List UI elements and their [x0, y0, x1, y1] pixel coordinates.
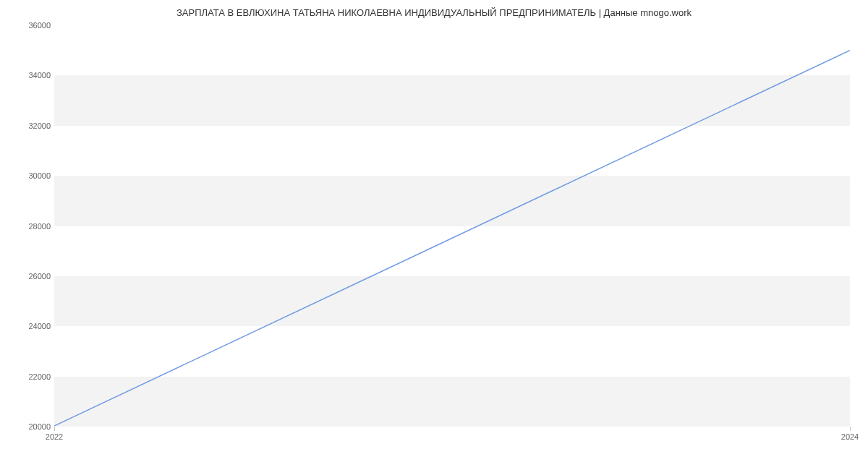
y-tick-label: 20000 — [7, 422, 51, 431]
y-tick-label: 28000 — [7, 222, 51, 231]
y-tick-label: 24000 — [7, 322, 51, 330]
y-tick-label: 34000 — [7, 71, 51, 80]
plot-area — [54, 25, 850, 427]
chart-title: ЗАРПЛАТА В ЕВЛЮХИНА ТАТЬЯНА НИКОЛАЕВНА И… — [0, 0, 868, 18]
x-tick-label: 2022 — [46, 432, 63, 441]
x-tick-mark — [54, 427, 55, 431]
chart-container: ЗАРПЛАТА В ЕВЛЮХИНА ТАТЬЯНА НИКОЛАЕВНА И… — [0, 0, 868, 470]
y-tick-label: 32000 — [7, 121, 51, 130]
y-tick-label: 22000 — [7, 372, 51, 381]
y-tick-label: 26000 — [7, 272, 51, 281]
grid-band — [54, 276, 850, 326]
x-tick-label: 2024 — [841, 432, 859, 441]
y-tick-label: 36000 — [7, 21, 51, 30]
x-tick-mark — [850, 427, 851, 431]
grid-band — [54, 176, 850, 226]
grid-band — [54, 377, 850, 427]
y-tick-label: 30000 — [7, 171, 51, 180]
grid-band — [54, 75, 850, 125]
